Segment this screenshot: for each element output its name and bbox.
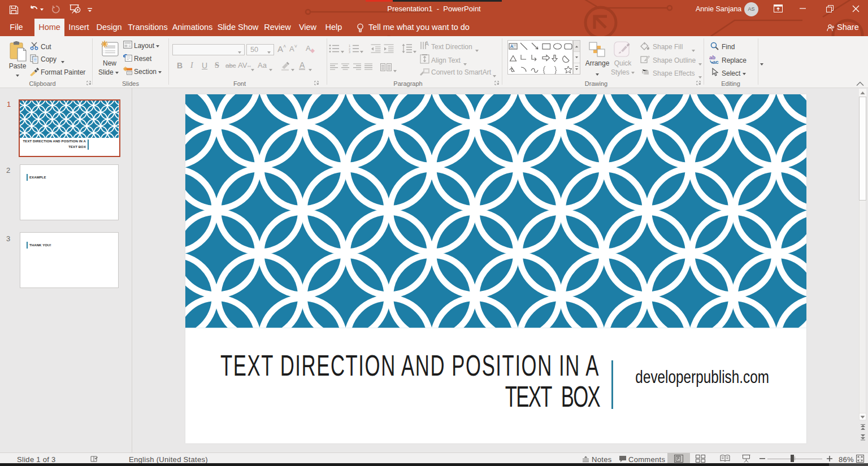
svg-text:A: A (306, 44, 311, 53)
svg-text:A: A (425, 41, 429, 47)
svg-text:ac: ac (713, 59, 719, 64)
svg-text:3: 3 (349, 50, 350, 53)
